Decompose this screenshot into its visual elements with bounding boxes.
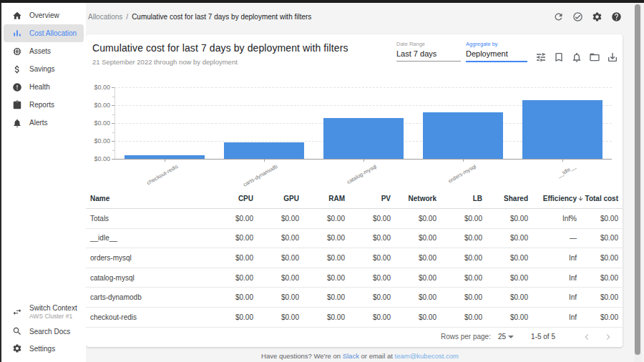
cell-value: $0.00	[436, 313, 482, 321]
cell-value: Inf	[528, 274, 577, 282]
table-row-orders-mysql[interactable]: orders-mysql$0.00$0.00$0.00$0.00$0.00$0.…	[86, 248, 623, 268]
cell-value: $0.00	[208, 293, 253, 301]
y-axis-tick-label: $0.00	[86, 137, 110, 145]
sidebar-item-reports[interactable]: Reports	[4, 96, 84, 114]
sidebar-item-alerts[interactable]: Alerts	[4, 114, 84, 132]
x-axis-tick	[165, 159, 165, 162]
sidebar-item-search-docs[interactable]: Search Docs	[4, 323, 84, 340]
report-subtitle: 21 September 2022 through now by deploym…	[92, 58, 238, 66]
x-axis-label: catalog-mysql	[346, 163, 378, 185]
table-row-catalog-mysql[interactable]: catalog-mysql$0.00$0.00$0.00$0.00$0.00$0…	[86, 268, 623, 288]
gear-icon	[12, 343, 22, 353]
cost-bar-chart: $0.00$0.00$0.00$0.00$0.00checkout-redisc…	[86, 79, 623, 186]
report-card: Cumulative cost for last 7 days by deplo…	[86, 34, 623, 347]
cell-value: Inf%	[528, 215, 577, 222]
chart-bar-catalog-mysql[interactable]	[323, 118, 404, 159]
cell-value: $0.00	[577, 254, 618, 262]
cell-name: orders-mysql	[90, 254, 208, 262]
y-axis-minor-tick	[112, 132, 114, 133]
sidebar-item-assets[interactable]: Assets	[4, 42, 84, 60]
cell-value: $0.00	[482, 274, 528, 282]
breadcrumb: Allocations / Cumulative cost for last 7…	[88, 13, 311, 21]
sidebar-item-label: Overview	[29, 11, 59, 19]
scrollbar-thumb[interactable]	[635, 4, 640, 355]
x-axis-tick	[264, 159, 265, 162]
cell-value: Inf	[528, 254, 577, 262]
x-axis-label: __idle__	[556, 163, 577, 179]
email-link[interactable]: team@kubecost.com	[395, 352, 459, 360]
table-row-Totals[interactable]: Totals$0.00$0.00$0.00$0.00$0.00$0.00$0.0…	[86, 209, 623, 229]
breadcrumb-current: Cumulative cost for last 7 days by deplo…	[132, 13, 311, 21]
table-row-checkout-redis[interactable]: checkout-redis$0.00$0.00$0.00$0.00$0.00$…	[86, 308, 623, 328]
y-axis-tick-label: $0.00	[86, 155, 110, 162]
swap-arrows-icon	[12, 307, 22, 317]
table-row-carts-dynamodb[interactable]: carts-dynamodb$0.00$0.00$0.00$0.00$0.00$…	[86, 288, 623, 308]
breadcrumb-allocations-link[interactable]: Allocations	[88, 13, 122, 21]
sidebar-item-cost-allocation[interactable]: Cost Allocation	[4, 24, 84, 42]
cell-value: $0.00	[208, 254, 253, 262]
set-alert-button[interactable]	[571, 52, 582, 63]
rows-per-page-select[interactable]: 25	[498, 333, 514, 341]
bar-chart-icon	[12, 29, 22, 39]
x-axis-label: checkout-redis	[145, 163, 179, 186]
download-icon	[607, 52, 618, 63]
cell-name: Totals	[90, 215, 208, 222]
footer-text: or email at	[359, 352, 395, 360]
bell-outline-icon	[571, 52, 582, 63]
sidebar-item-savings[interactable]: Savings	[4, 60, 84, 78]
previous-page-button[interactable]	[581, 331, 592, 343]
cell-value: $0.00	[577, 215, 618, 222]
date-range-label: Date Range	[396, 41, 461, 47]
chart-bar-orders-mysql[interactable]	[423, 112, 503, 159]
sidebar-item-settings[interactable]: Settings	[4, 340, 84, 357]
save-report-button[interactable]	[553, 52, 565, 63]
column-header-ram[interactable]: RAM	[299, 195, 345, 202]
table-row-__idle__[interactable]: __idle__$0.00$0.00$0.00$0.00$0.00$0.00$0…	[86, 229, 623, 249]
diagnostics-button[interactable]	[572, 11, 584, 23]
cell-value: $0.00	[299, 215, 345, 222]
column-header-pv[interactable]: PV	[345, 195, 391, 202]
y-axis-tick-label: $0.00	[86, 102, 110, 109]
column-header-shared[interactable]: Shared	[482, 195, 528, 202]
sidebar-item-label: Switch Context	[29, 304, 77, 313]
edit-filters-button[interactable]	[535, 52, 547, 63]
sidebar-item-health[interactable]: Health	[4, 78, 84, 96]
chart-bar-__idle__[interactable]	[522, 100, 602, 159]
column-header-gpu[interactable]: GPU	[253, 195, 299, 202]
refresh-button[interactable]	[552, 11, 565, 23]
cell-value: $0.00	[391, 274, 436, 282]
slack-link[interactable]: Slack	[343, 352, 359, 360]
aggregate-by-select[interactable]: Aggregate by Deployment	[466, 41, 527, 62]
cell-value: $0.00	[299, 313, 345, 321]
x-axis-tick	[364, 159, 364, 162]
column-header-cpu[interactable]: CPU	[208, 195, 253, 202]
column-header-name[interactable]: Name	[90, 195, 208, 202]
cell-value: $0.00	[253, 313, 299, 321]
cell-value: $0.00	[299, 254, 345, 262]
cell-value: $0.00	[208, 313, 253, 321]
open-saved-reports-button[interactable]	[589, 52, 600, 63]
page-footer: Have questions? We're on Slack or email …	[86, 349, 634, 362]
cell-value: $0.00	[253, 234, 299, 242]
column-header-total-cost[interactable]: Total cost	[577, 195, 618, 202]
sidebar-item-switch-context[interactable]: Switch Context AWS Cluster #1	[4, 301, 84, 323]
cell-value: $0.00	[436, 254, 482, 262]
sidebar-item-overview[interactable]: Overview	[4, 6, 84, 24]
next-page-button[interactable]	[602, 331, 614, 343]
help-button[interactable]	[610, 11, 623, 23]
chart-bar-carts-dynamodb[interactable]	[224, 142, 304, 159]
settings-button[interactable]	[591, 11, 603, 23]
cell-value: $0.00	[208, 215, 253, 222]
x-axis-label: orders-mysql	[447, 163, 477, 184]
column-header-lb[interactable]: LB	[436, 195, 482, 202]
cell-value: $0.00	[253, 293, 299, 301]
window-top-border	[0, 0, 644, 3]
column-header-network[interactable]: Network	[391, 195, 436, 202]
download-report-button[interactable]	[607, 52, 618, 63]
y-axis-tick	[112, 123, 114, 124]
cell-value: $0.00	[577, 234, 618, 242]
date-range-select[interactable]: Date Range Last 7 days	[396, 41, 461, 62]
tune-icon	[535, 52, 547, 63]
folder-icon	[589, 52, 600, 63]
column-header-efficiency[interactable]: Efficiency	[528, 195, 577, 202]
